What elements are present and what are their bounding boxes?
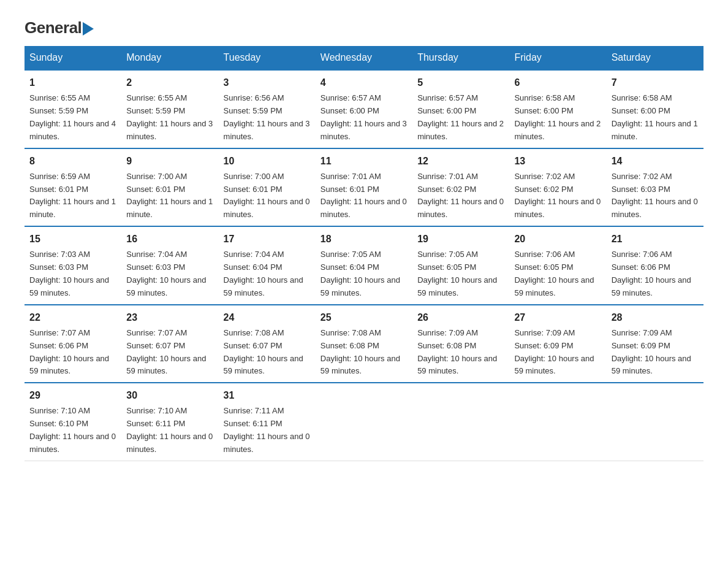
calendar-cell: 13 Sunrise: 7:02 AMSunset: 6:02 PMDaylig…	[509, 148, 606, 227]
calendar-cell: 12 Sunrise: 7:01 AMSunset: 6:02 PMDaylig…	[412, 148, 509, 227]
day-info: Sunrise: 7:02 AMSunset: 6:03 PMDaylight:…	[612, 172, 698, 220]
calendar-week-row: 22 Sunrise: 7:07 AMSunset: 6:06 PMDaylig…	[25, 305, 703, 383]
calendar-cell: 2 Sunrise: 6:55 AMSunset: 5:59 PMDayligh…	[121, 70, 218, 148]
day-info: Sunrise: 7:07 AMSunset: 6:06 PMDaylight:…	[29, 328, 109, 376]
day-number: 23	[126, 310, 213, 324]
day-info: Sunrise: 7:11 AMSunset: 6:11 PMDaylight:…	[224, 406, 310, 454]
day-number: 30	[126, 388, 213, 402]
day-info: Sunrise: 6:59 AMSunset: 6:01 PMDaylight:…	[29, 172, 116, 220]
day-info: Sunrise: 6:57 AMSunset: 6:00 PMDaylight:…	[417, 93, 504, 141]
day-header-wednesday: Wednesday	[316, 46, 412, 70]
calendar-cell: 11 Sunrise: 7:01 AMSunset: 6:01 PMDaylig…	[316, 148, 412, 227]
day-info: Sunrise: 6:55 AMSunset: 5:59 PMDaylight:…	[29, 93, 116, 141]
day-number: 8	[29, 154, 116, 168]
day-number: 28	[612, 310, 699, 324]
day-info: Sunrise: 7:05 AMSunset: 6:04 PMDaylight:…	[320, 250, 400, 297]
day-info: Sunrise: 7:10 AMSunset: 6:10 PMDaylight:…	[29, 406, 116, 454]
calendar-cell	[316, 383, 412, 461]
day-info: Sunrise: 7:06 AMSunset: 6:06 PMDaylight:…	[612, 250, 691, 297]
calendar-cell: 15 Sunrise: 7:03 AMSunset: 6:03 PMDaylig…	[25, 226, 121, 305]
day-info: Sunrise: 7:04 AMSunset: 6:04 PMDaylight:…	[224, 250, 303, 297]
day-header-thursday: Thursday	[412, 46, 509, 70]
calendar-week-row: 1 Sunrise: 6:55 AMSunset: 5:59 PMDayligh…	[25, 70, 703, 148]
calendar-cell	[412, 383, 509, 461]
calendar-table: SundayMondayTuesdayWednesdayThursdayFrid…	[25, 46, 703, 461]
calendar-cell: 16 Sunrise: 7:04 AMSunset: 6:03 PMDaylig…	[121, 226, 218, 305]
day-number: 3	[224, 75, 311, 90]
logo: General	[25, 18, 94, 34]
day-info: Sunrise: 7:01 AMSunset: 6:02 PMDaylight:…	[417, 172, 504, 220]
day-number: 24	[224, 310, 311, 324]
day-info: Sunrise: 6:57 AMSunset: 6:00 PMDaylight:…	[320, 93, 407, 141]
calendar-cell: 22 Sunrise: 7:07 AMSunset: 6:06 PMDaylig…	[25, 305, 121, 383]
calendar-header-row: SundayMondayTuesdayWednesdayThursdayFrid…	[25, 46, 703, 70]
calendar-cell: 14 Sunrise: 7:02 AMSunset: 6:03 PMDaylig…	[607, 148, 703, 227]
day-number: 6	[514, 75, 601, 90]
day-info: Sunrise: 7:09 AMSunset: 6:09 PMDaylight:…	[612, 328, 691, 376]
day-number: 13	[514, 154, 601, 168]
calendar-cell: 6 Sunrise: 6:58 AMSunset: 6:00 PMDayligh…	[509, 70, 606, 148]
calendar-cell: 24 Sunrise: 7:08 AMSunset: 6:07 PMDaylig…	[219, 305, 316, 383]
day-number: 1	[29, 75, 116, 90]
calendar-cell: 18 Sunrise: 7:05 AMSunset: 6:04 PMDaylig…	[316, 226, 412, 305]
calendar-cell: 27 Sunrise: 7:09 AMSunset: 6:09 PMDaylig…	[509, 305, 606, 383]
day-number: 29	[29, 388, 116, 402]
day-info: Sunrise: 6:56 AMSunset: 5:59 PMDaylight:…	[224, 93, 310, 141]
calendar-cell: 28 Sunrise: 7:09 AMSunset: 6:09 PMDaylig…	[607, 305, 703, 383]
calendar-cell: 23 Sunrise: 7:07 AMSunset: 6:07 PMDaylig…	[121, 305, 218, 383]
day-info: Sunrise: 6:58 AMSunset: 6:00 PMDaylight:…	[514, 93, 601, 141]
day-number: 25	[320, 310, 408, 324]
day-number: 16	[126, 232, 213, 246]
day-info: Sunrise: 7:01 AMSunset: 6:01 PMDaylight:…	[320, 172, 407, 220]
day-info: Sunrise: 7:08 AMSunset: 6:07 PMDaylight:…	[224, 328, 303, 376]
calendar-week-row: 8 Sunrise: 6:59 AMSunset: 6:01 PMDayligh…	[25, 148, 703, 227]
day-number: 14	[612, 154, 699, 168]
day-header-saturday: Saturday	[607, 46, 703, 70]
calendar-cell: 7 Sunrise: 6:58 AMSunset: 6:00 PMDayligh…	[607, 70, 703, 148]
day-number: 9	[126, 154, 213, 168]
calendar-cell: 4 Sunrise: 6:57 AMSunset: 6:00 PMDayligh…	[316, 70, 412, 148]
calendar-cell: 30 Sunrise: 7:10 AMSunset: 6:11 PMDaylig…	[121, 383, 218, 461]
calendar-cell: 20 Sunrise: 7:06 AMSunset: 6:05 PMDaylig…	[509, 226, 606, 305]
calendar-cell: 10 Sunrise: 7:00 AMSunset: 6:01 PMDaylig…	[219, 148, 316, 227]
day-number: 5	[417, 75, 504, 90]
calendar-week-row: 29 Sunrise: 7:10 AMSunset: 6:10 PMDaylig…	[25, 383, 703, 461]
day-number: 7	[612, 75, 699, 90]
day-info: Sunrise: 7:03 AMSunset: 6:03 PMDaylight:…	[29, 250, 109, 297]
day-info: Sunrise: 7:08 AMSunset: 6:08 PMDaylight:…	[320, 328, 400, 376]
day-number: 17	[224, 232, 311, 246]
day-info: Sunrise: 7:06 AMSunset: 6:05 PMDaylight:…	[514, 250, 594, 297]
day-header-monday: Monday	[121, 46, 218, 70]
calendar-cell: 21 Sunrise: 7:06 AMSunset: 6:06 PMDaylig…	[607, 226, 703, 305]
day-number: 21	[612, 232, 699, 246]
day-info: Sunrise: 7:09 AMSunset: 6:09 PMDaylight:…	[514, 328, 594, 376]
day-number: 15	[29, 232, 116, 246]
day-header-sunday: Sunday	[25, 46, 121, 70]
calendar-cell: 25 Sunrise: 7:08 AMSunset: 6:08 PMDaylig…	[316, 305, 412, 383]
day-number: 2	[126, 75, 213, 90]
day-number: 22	[29, 310, 116, 324]
day-number: 31	[224, 388, 311, 402]
day-number: 26	[417, 310, 504, 324]
day-number: 19	[417, 232, 504, 246]
calendar-cell: 29 Sunrise: 7:10 AMSunset: 6:10 PMDaylig…	[25, 383, 121, 461]
day-info: Sunrise: 7:00 AMSunset: 6:01 PMDaylight:…	[224, 172, 310, 220]
page-header: General	[25, 18, 703, 34]
day-info: Sunrise: 6:58 AMSunset: 6:00 PMDaylight:…	[612, 93, 698, 141]
day-number: 27	[514, 310, 601, 324]
calendar-cell	[607, 383, 703, 461]
calendar-week-row: 15 Sunrise: 7:03 AMSunset: 6:03 PMDaylig…	[25, 226, 703, 305]
day-info: Sunrise: 7:02 AMSunset: 6:02 PMDaylight:…	[514, 172, 601, 220]
day-info: Sunrise: 6:55 AMSunset: 5:59 PMDaylight:…	[126, 93, 213, 141]
calendar-cell: 19 Sunrise: 7:05 AMSunset: 6:05 PMDaylig…	[412, 226, 509, 305]
calendar-cell: 31 Sunrise: 7:11 AMSunset: 6:11 PMDaylig…	[219, 383, 316, 461]
day-info: Sunrise: 7:04 AMSunset: 6:03 PMDaylight:…	[126, 250, 206, 297]
day-info: Sunrise: 7:10 AMSunset: 6:11 PMDaylight:…	[126, 406, 213, 454]
day-info: Sunrise: 7:05 AMSunset: 6:05 PMDaylight:…	[417, 250, 497, 297]
svg-marker-0	[83, 22, 94, 36]
logo-triangle-icon	[83, 22, 94, 36]
calendar-cell: 26 Sunrise: 7:09 AMSunset: 6:08 PMDaylig…	[412, 305, 509, 383]
day-number: 11	[320, 154, 408, 168]
calendar-cell: 9 Sunrise: 7:00 AMSunset: 6:01 PMDayligh…	[121, 148, 218, 227]
calendar-cell: 5 Sunrise: 6:57 AMSunset: 6:00 PMDayligh…	[412, 70, 509, 148]
